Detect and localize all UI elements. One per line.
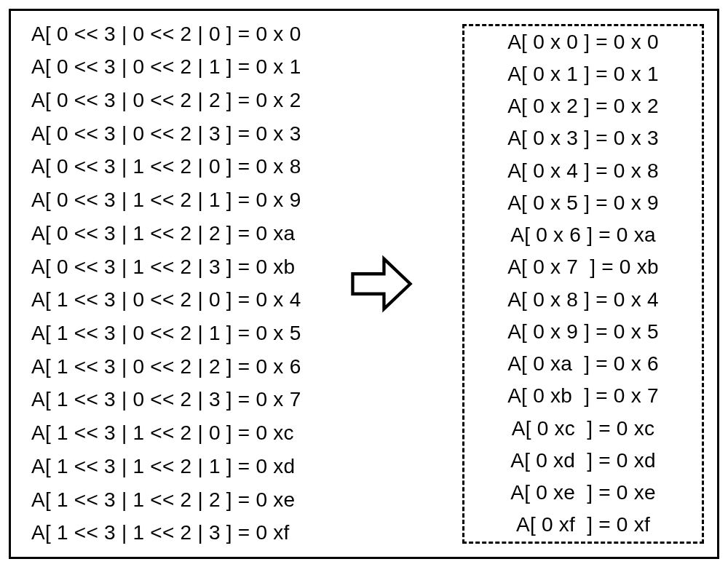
list-item: A[ 1 << 3 | 1 << 2 | 2 ] = 0 xe — [31, 490, 301, 510]
list-item: A[ 0 x 8 ] = 0 x 4 — [464, 290, 702, 310]
list-item: A[ 0 xc ] = 0 xc — [464, 419, 702, 439]
list-item: A[ 0 << 3 | 0 << 2 | 2 ] = 0 x 2 — [31, 90, 301, 111]
list-item: A[ 0 << 3 | 1 << 2 | 1 ] = 0 x 9 — [31, 190, 301, 210]
left-column: A[ 0 << 3 | 0 << 2 | 0 ] = 0 x 0 A[ 0 <<… — [31, 24, 301, 544]
list-item: A[ 0 << 3 | 0 << 2 | 1 ] = 0 x 1 — [31, 57, 301, 77]
list-item: A[ 0 x 6 ] = 0 xa — [464, 225, 702, 245]
list-item: A[ 0 xb ] = 0 x 7 — [464, 386, 702, 406]
list-item: A[ 0 << 3 | 1 << 2 | 2 ] = 0 xa — [31, 223, 301, 244]
list-item: A[ 0 << 3 | 0 << 2 | 0 ] = 0 x 0 — [31, 24, 301, 44]
list-item: A[ 1 << 3 | 1 << 2 | 0 ] = 0 xc — [31, 423, 301, 443]
right-column: A[ 0 x 0 ] = 0 x 0 A[ 0 x 1 ] = 0 x 1 A[… — [464, 32, 702, 536]
list-item: A[ 1 << 3 | 0 << 2 | 1 ] = 0 x 5 — [31, 323, 301, 344]
list-item: A[ 0 x 1 ] = 0 x 1 — [464, 64, 702, 84]
list-item: A[ 0 x 2 ] = 0 x 2 — [464, 96, 702, 116]
list-item: A[ 0 x 7 ] = 0 xb — [464, 257, 702, 277]
list-item: A[ 0 xe ] = 0 xe — [464, 483, 702, 503]
diagram-frame: A[ 0 << 3 | 0 << 2 | 0 ] = 0 x 0 A[ 0 <<… — [9, 9, 719, 559]
list-item: A[ 0 << 3 | 0 << 2 | 3 ] = 0 x 3 — [31, 124, 301, 144]
list-item: A[ 1 << 3 | 1 << 2 | 3 ] = 0 xf — [31, 523, 301, 543]
list-item: A[ 0 x 0 ] = 0 x 0 — [464, 32, 702, 52]
list-item: A[ 0 x 5 ] = 0 x 9 — [464, 193, 702, 213]
list-item: A[ 0 xf ] = 0 xf — [464, 515, 702, 535]
list-item: A[ 0 << 3 | 1 << 2 | 0 ] = 0 x 8 — [31, 156, 301, 177]
list-item: A[ 0 << 3 | 1 << 2 | 3 ] = 0 xb — [31, 257, 301, 277]
list-item: A[ 0 x 9 ] = 0 x 5 — [464, 322, 702, 342]
arrow-icon — [349, 251, 414, 317]
svg-marker-0 — [353, 258, 411, 309]
list-item: A[ 0 x 4 ] = 0 x 8 — [464, 161, 702, 181]
list-item: A[ 0 x 3 ] = 0 x 3 — [464, 128, 702, 148]
list-item: A[ 1 << 3 | 0 << 2 | 2 ] = 0 x 6 — [31, 357, 301, 377]
list-item: A[ 0 xd ] = 0 xd — [464, 451, 702, 471]
list-item: A[ 0 xa ] = 0 x 6 — [464, 354, 702, 374]
right-box: A[ 0 x 0 ] = 0 x 0 A[ 0 x 1 ] = 0 x 1 A[… — [462, 24, 704, 544]
list-item: A[ 1 << 3 | 0 << 2 | 0 ] = 0 x 4 — [31, 290, 301, 310]
list-item: A[ 1 << 3 | 1 << 2 | 1 ] = 0 xd — [31, 456, 301, 477]
list-item: A[ 1 << 3 | 0 << 2 | 3 ] = 0 x 7 — [31, 389, 301, 410]
